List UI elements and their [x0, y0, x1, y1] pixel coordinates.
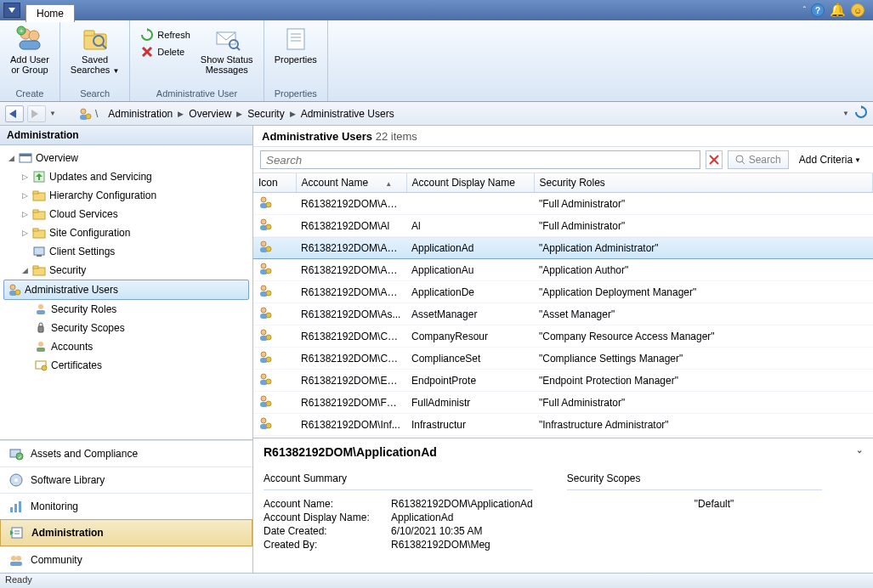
properties-icon: [282, 25, 309, 53]
wb-assets-compliance[interactable]: ✓Assets and Compliance: [0, 440, 252, 466]
wb-monitoring[interactable]: Monitoring: [0, 493, 252, 519]
clear-search-button[interactable]: [706, 150, 723, 169]
detail-value: 6/10/2021 10:35 AM: [391, 524, 482, 538]
svg-marker-20: [9, 110, 16, 118]
table-row[interactable]: R61382192DOM\Ap...ApplicationAd"Applicat…: [253, 237, 873, 259]
tree-node[interactable]: ▷Updates and Servicing: [0, 167, 252, 186]
tree-label: Certificates: [51, 358, 102, 373]
svg-point-71: [266, 202, 271, 207]
ribbon-group-label: Search: [69, 87, 121, 101]
svg-rect-36: [34, 247, 44, 255]
col-security-roles[interactable]: Security Roles: [534, 173, 873, 193]
svg-rect-45: [38, 326, 43, 332]
search-input[interactable]: [260, 150, 700, 169]
tree-node-overview[interactable]: ◢Overview: [0, 149, 252, 167]
table-row[interactable]: R61382192DOM\Ap...ApplicationAu"Applicat…: [253, 259, 873, 281]
svg-rect-56: [14, 504, 17, 512]
tree-label: Security Roles: [51, 302, 116, 317]
table-row[interactable]: R61382192DOM\En...EndpointProte"Endpoint…: [253, 370, 873, 392]
cell-account-name: R61382192DOM\En...: [296, 370, 406, 392]
tree-node[interactable]: ▷Cloud Services: [0, 205, 252, 223]
svg-point-80: [266, 269, 271, 274]
svg-point-24: [86, 114, 91, 119]
svg-point-40: [10, 285, 15, 290]
tree-node[interactable]: Certificates: [0, 356, 252, 375]
table-row[interactable]: R61382192DOM\Co...CompanyResour"Company …: [253, 325, 873, 348]
table-row[interactable]: R61382192DOM\Co...ComplianceSet"Complian…: [253, 348, 873, 370]
add-user-or-group-button[interactable]: + Add User or Group: [9, 24, 51, 76]
tree-node[interactable]: Security Scopes: [0, 319, 252, 337]
col-icon[interactable]: Icon: [253, 173, 296, 193]
row-icon: [253, 392, 296, 414]
ribbon-group-label: Create: [9, 87, 51, 101]
tab-home[interactable]: Home: [26, 4, 75, 22]
breadcrumb-item[interactable]: Administration: [108, 108, 173, 120]
show-status-messages-button[interactable]: Show Status Messages: [199, 24, 255, 76]
svg-point-87: [261, 330, 266, 335]
svg-point-49: [42, 365, 47, 370]
content-title: Administrative Users: [262, 130, 372, 143]
nav-tree[interactable]: ◢Overview ▷Updates and Servicing ▷Hierar…: [0, 145, 252, 439]
app-menu-button[interactable]: [3, 3, 20, 18]
svg-text:✓: ✓: [18, 455, 22, 460]
tree-node-admin-users[interactable]: Administrative Users: [3, 280, 249, 300]
table-row[interactable]: R61382192DOM\AlAl"Full Administrator": [253, 215, 873, 237]
wb-administration[interactable]: Administration: [0, 519, 252, 546]
saved-searches-button[interactable]: Saved Searches ▼: [69, 24, 121, 76]
cell-display-name: [406, 193, 534, 215]
tree-node-security[interactable]: ◢Security: [0, 261, 252, 280]
feedback-icon[interactable]: ☺: [851, 3, 864, 17]
breadcrumb-dropdown-icon[interactable]: ▼: [842, 110, 849, 117]
details-collapse-icon[interactable]: ⌄: [856, 445, 863, 459]
status-text: Ready: [5, 574, 32, 585]
table-row[interactable]: R61382192DOM\Ful...FullAdministr"Full Ad…: [253, 392, 873, 414]
breadcrumb-item[interactable]: Administrative Users: [301, 108, 394, 120]
help-icon[interactable]: ?: [811, 3, 825, 17]
svg-point-93: [261, 374, 266, 379]
results-grid[interactable]: Icon Account Name▲ Account Display Name …: [253, 173, 873, 438]
table-row[interactable]: R61382192DOM\Ap...ApplicationDe"Applicat…: [253, 281, 873, 303]
tree-label: Cloud Services: [49, 206, 118, 222]
tree-node[interactable]: Client Settings: [0, 242, 252, 261]
wb-software-library[interactable]: Software Library: [0, 466, 252, 493]
tree-label: Security: [49, 263, 86, 278]
svg-point-86: [266, 313, 271, 318]
delete-button[interactable]: Delete: [139, 44, 192, 59]
refresh-nav-icon[interactable]: [854, 105, 868, 122]
add-criteria-button[interactable]: Add Criteria▼: [794, 154, 866, 166]
ribbon-collapse-chevron-icon[interactable]: ˆ: [803, 6, 806, 15]
updates-icon: [32, 170, 46, 184]
tree-node[interactable]: ▷Site Configuration: [0, 223, 252, 242]
cell-account-name: R61382192DOM\Co...: [296, 325, 406, 348]
admin-users-icon: [78, 107, 92, 121]
cell-account-name: R61382192DOM\Ap...: [296, 259, 406, 281]
cell-account-name: R61382192DOM\Ad...: [296, 193, 406, 215]
col-display-name[interactable]: Account Display Name: [406, 173, 534, 193]
assets-icon: ✓: [9, 446, 24, 461]
ribbon: + Add User or Group Create Saved Searche…: [0, 20, 873, 102]
tree-node[interactable]: Security Roles: [0, 300, 252, 319]
table-row[interactable]: R61382192DOM\As...AssetManager"Asset Man…: [253, 303, 873, 325]
admin-users-icon: [8, 283, 21, 297]
col-account-name[interactable]: Account Name▲: [296, 173, 406, 193]
nav-forward-button[interactable]: [27, 105, 46, 122]
search-button-label: Search: [749, 154, 781, 166]
wb-community[interactable]: Community: [0, 546, 252, 573]
notifications-icon[interactable]: 🔔: [830, 3, 846, 18]
svg-point-81: [261, 286, 266, 291]
tree-node[interactable]: ▷Hierarchy Configuration: [0, 186, 252, 205]
properties-button[interactable]: Properties: [273, 24, 319, 66]
breadcrumb-item[interactable]: Security: [247, 108, 284, 120]
search-button[interactable]: Search: [728, 150, 789, 169]
breadcrumb-item[interactable]: Overview: [189, 108, 231, 120]
cell-account-name: R61382192DOM\Al: [296, 215, 406, 237]
ribbon-group-search: Saved Searches ▼ Search: [60, 20, 130, 101]
nav-back-button[interactable]: [5, 105, 24, 122]
scope-value: "Default": [694, 497, 734, 511]
cell-security-roles: "Full Administrator": [534, 392, 873, 414]
tree-node[interactable]: Accounts: [0, 337, 252, 356]
table-row[interactable]: R61382192DOM\Inf...Infrastructur"Infrast…: [253, 414, 873, 436]
breadcrumb[interactable]: Administration▶ Overview▶ Security▶ Admi…: [108, 108, 839, 120]
table-row[interactable]: R61382192DOM\Ad..."Full Administrator": [253, 193, 873, 215]
refresh-button[interactable]: Refresh: [139, 27, 192, 42]
